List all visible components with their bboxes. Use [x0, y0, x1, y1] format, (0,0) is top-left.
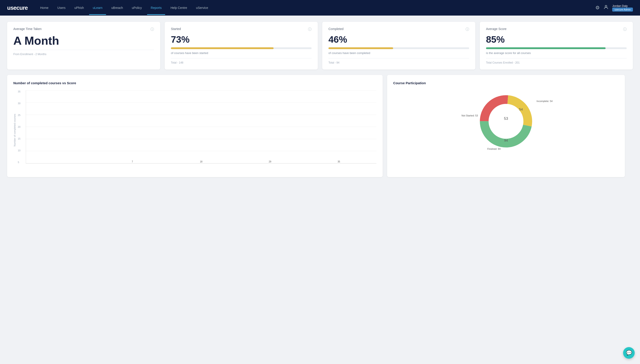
avg-score-progress-fill — [486, 47, 606, 49]
stat-divider — [171, 58, 312, 58]
bar-chart-card: Number of completed courses vs Score Num… — [7, 75, 383, 177]
started-title: Started — [171, 27, 181, 31]
stat-card-header: Average Score ⓘ — [486, 27, 627, 32]
avg-time-title: Average Time Taken — [13, 27, 42, 31]
y-axis-label: Number of completed courses — [13, 90, 16, 170]
logo-u: u — [7, 4, 10, 11]
bar-label-35: 35 — [338, 160, 340, 163]
main-content: Average Time Taken ⓘ A Month From Enroll… — [0, 16, 640, 183]
donut-chart-card: Course Participation — [387, 75, 625, 177]
donut-annotation-not-started: Not Started: 53 — [462, 114, 478, 117]
y-tick-5: 5 — [18, 161, 24, 164]
nav-uphish[interactable]: uPhish — [71, 1, 88, 15]
avg-score-footer: Total Courses Enrolled - 201 — [486, 61, 627, 64]
bars-container: 7 18 29 — [26, 90, 376, 163]
donut-svg-wrapper: 53 54 94 Not Started: 53 Incomplete: 54 … — [475, 90, 537, 153]
started-footer: Total - 148 — [171, 61, 312, 64]
stat-cards: Average Time Taken ⓘ A Month From Enroll… — [7, 22, 633, 70]
bar-group-29: 29 — [237, 160, 303, 163]
completed-progress-bar — [328, 47, 469, 49]
logo-secure: secure — [10, 4, 28, 11]
started-progress-fill — [171, 47, 274, 49]
stat-divider — [328, 58, 469, 58]
completed-description: of courses have been completed — [328, 51, 469, 55]
bar-group-18: 18 — [168, 160, 234, 163]
stat-card-completed: Completed ⓘ 46% of courses have been com… — [322, 22, 475, 70]
bar-chart-wrapper: Number of completed courses 35 30 25 20 … — [13, 90, 376, 170]
completed-title: Completed — [328, 27, 344, 31]
nav-help[interactable]: Help Centre — [167, 1, 191, 15]
donut-center-label-not-started: 53 — [504, 116, 508, 121]
y-tick-15: 15 — [18, 137, 24, 140]
bar-label-29: 29 — [269, 160, 271, 163]
bar-label-18: 18 — [200, 160, 202, 163]
avg-score-value: 85% — [486, 34, 627, 45]
stat-card-avg-time: Average Time Taken ⓘ A Month From Enroll… — [7, 22, 160, 70]
donut-inner-finished: 94 — [504, 138, 508, 142]
stat-divider — [486, 58, 627, 58]
avg-score-title: Average Score — [486, 27, 506, 31]
completed-value: 46% — [328, 34, 469, 45]
user-icon[interactable] — [603, 4, 609, 11]
settings-icon[interactable]: ⚙ — [595, 5, 600, 11]
avg-score-description: is the average score for all courses — [486, 51, 627, 55]
stat-card-header: Started ⓘ — [171, 27, 312, 32]
stat-divider — [13, 50, 154, 50]
plot-area: 7 18 29 — [26, 90, 376, 164]
navbar: usecure Home Users uPhish uLearn uBreach… — [0, 0, 640, 16]
y-tick-30: 30 — [18, 102, 24, 105]
bar-chart-plot: 35 30 25 20 15 10 5 — [18, 90, 376, 170]
donut-inner-incomplete: 54 — [519, 107, 523, 111]
nav-users[interactable]: Users — [54, 1, 69, 15]
avg-time-info-icon[interactable]: ⓘ — [150, 27, 154, 32]
started-info-icon[interactable]: ⓘ — [308, 27, 312, 32]
nav-home[interactable]: Home — [37, 1, 52, 15]
stat-card-avg-score: Average Score ⓘ 85% is the average score… — [480, 22, 633, 70]
started-description: of courses have been started — [171, 51, 312, 55]
started-value: 73% — [171, 34, 312, 45]
nav-reports[interactable]: Reports — [147, 1, 165, 15]
nav-ubreach[interactable]: uBreach — [108, 1, 126, 15]
bar-chart-title: Number of completed courses vs Score — [13, 81, 376, 85]
user-role-button[interactable]: usecure Admin — [612, 8, 633, 12]
incomplete-label: Incomplete: 54 — [536, 100, 552, 102]
not-started-label: Not Started: 53 — [462, 114, 478, 117]
donut-annotation-finished: Finished: 94 — [487, 148, 501, 150]
bar-group-35: 35 — [306, 160, 372, 163]
y-tick-25: 25 — [18, 114, 24, 116]
started-progress-bar — [171, 47, 312, 49]
donut-annotation-incomplete: Incomplete: 54 — [536, 100, 552, 102]
user-info: Jordan Daly usecure Admin — [612, 4, 633, 12]
bar-group-7: 7 — [99, 160, 166, 163]
y-ticks: 35 30 25 20 15 10 5 — [18, 90, 24, 164]
stat-card-started: Started ⓘ 73% of courses have been start… — [165, 22, 318, 70]
donut-chart-title: Course Participation — [393, 81, 619, 85]
nav-links: Home Users uPhish uLearn uBreach uPolicy… — [37, 1, 596, 15]
donut-svg: 53 54 94 — [475, 90, 537, 152]
completed-info-icon[interactable]: ⓘ — [466, 27, 469, 32]
avg-score-info-icon[interactable]: ⓘ — [623, 27, 627, 32]
y-tick-20: 20 — [18, 126, 24, 128]
user-name: Jordan Daly — [612, 4, 628, 8]
stat-card-header: Completed ⓘ — [328, 27, 469, 32]
bar-label-7: 7 — [132, 160, 133, 163]
donut-container: 53 54 94 Not Started: 53 Incomplete: 54 … — [393, 90, 619, 153]
logo: usecure — [7, 4, 28, 11]
avg-time-footer: From Enrollment - 2 Months — [13, 53, 154, 56]
stat-card-header: Average Time Taken ⓘ — [13, 27, 154, 32]
charts-row: Number of completed courses vs Score Num… — [7, 75, 633, 177]
nav-upolicy[interactable]: uPolicy — [128, 1, 145, 15]
navbar-right: ⚙ Jordan Daly usecure Admin — [595, 4, 633, 12]
svg-point-0 — [605, 5, 607, 7]
y-tick-10: 10 — [18, 149, 24, 152]
avg-score-progress-bar — [486, 47, 627, 49]
y-tick-35: 35 — [18, 90, 24, 93]
completed-footer: Total - 94 — [328, 61, 469, 64]
completed-progress-fill — [328, 47, 393, 49]
nav-ulearn[interactable]: uLearn — [89, 1, 106, 15]
nav-uservice[interactable]: uService — [192, 1, 212, 15]
avg-time-value: A Month — [13, 34, 154, 47]
finished-label: Finished: 94 — [487, 148, 501, 150]
